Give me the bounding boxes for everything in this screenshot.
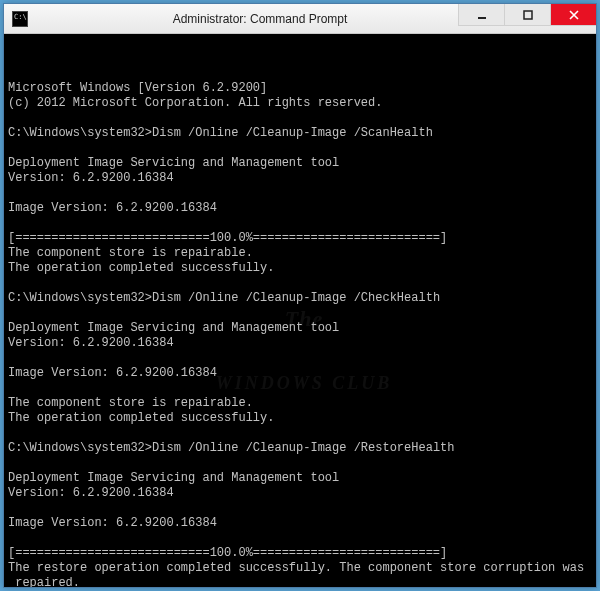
terminal-line [8,276,596,291]
terminal-line: Deployment Image Servicing and Managemen… [8,471,596,486]
terminal-line: C:\Windows\system32>Dism /Online /Cleanu… [8,441,596,456]
svg-rect-0 [478,17,486,19]
command-prompt-window: Administrator: Command Prompt Microsoft … [3,3,597,588]
terminal-line: Image Version: 6.2.9200.16384 [8,201,596,216]
terminal-line: C:\Windows\system32>Dism /Online /Cleanu… [8,126,596,141]
terminal-line [8,381,596,396]
terminal-line: The component store is repairable. [8,396,596,411]
svg-rect-1 [524,11,532,19]
terminal-output[interactable]: Microsoft Windows [Version 6.2.9200](c) … [4,34,596,587]
terminal-line: The operation completed successfully. [8,261,596,276]
terminal-line: Microsoft Windows [Version 6.2.9200] [8,81,596,96]
terminal-line [8,531,596,546]
command-text: Dism /Online /Cleanup-Image /CheckHealth [152,291,440,305]
terminal-line: The restore operation completed successf… [8,561,596,576]
terminal-line: Deployment Image Servicing and Managemen… [8,321,596,336]
terminal-line: [===========================100.0%======… [8,546,596,561]
terminal-line [8,426,596,441]
terminal-line [8,216,596,231]
terminal-line: Version: 6.2.9200.16384 [8,486,596,501]
terminal-line: The operation completed successfully. [8,411,596,426]
command-text: Dism /Online /Cleanup-Image /RestoreHeal… [152,441,454,455]
prompt-text: C:\Windows\system32> [8,291,152,305]
maximize-button[interactable] [504,4,550,26]
maximize-icon [523,10,533,20]
window-controls [458,4,596,26]
close-button[interactable] [550,4,596,26]
terminal-line: (c) 2012 Microsoft Corporation. All righ… [8,96,596,111]
minimize-icon [477,10,487,20]
minimize-button[interactable] [458,4,504,26]
terminal-line [8,306,596,321]
terminal-line [8,456,596,471]
terminal-line: The component store is repairable. [8,246,596,261]
terminal-line: [===========================100.0%======… [8,231,596,246]
terminal-line [8,501,596,516]
command-text: Dism /Online /Cleanup-Image /ScanHealth [152,126,433,140]
terminal-line [8,186,596,201]
prompt-text: C:\Windows\system32> [8,126,152,140]
terminal-line: Version: 6.2.9200.16384 [8,171,596,186]
terminal-line: Image Version: 6.2.9200.16384 [8,516,596,531]
prompt-text: C:\Windows\system32> [8,441,152,455]
terminal-line [8,141,596,156]
titlebar[interactable]: Administrator: Command Prompt [4,4,596,34]
terminal-line [8,111,596,126]
cmd-icon[interactable] [12,11,28,27]
terminal-line: repaired. [8,576,596,587]
close-icon [569,10,579,20]
terminal-line: Version: 6.2.9200.16384 [8,336,596,351]
terminal-line: Deployment Image Servicing and Managemen… [8,156,596,171]
terminal-line [8,351,596,366]
terminal-line: C:\Windows\system32>Dism /Online /Cleanu… [8,291,596,306]
terminal-line: Image Version: 6.2.9200.16384 [8,366,596,381]
